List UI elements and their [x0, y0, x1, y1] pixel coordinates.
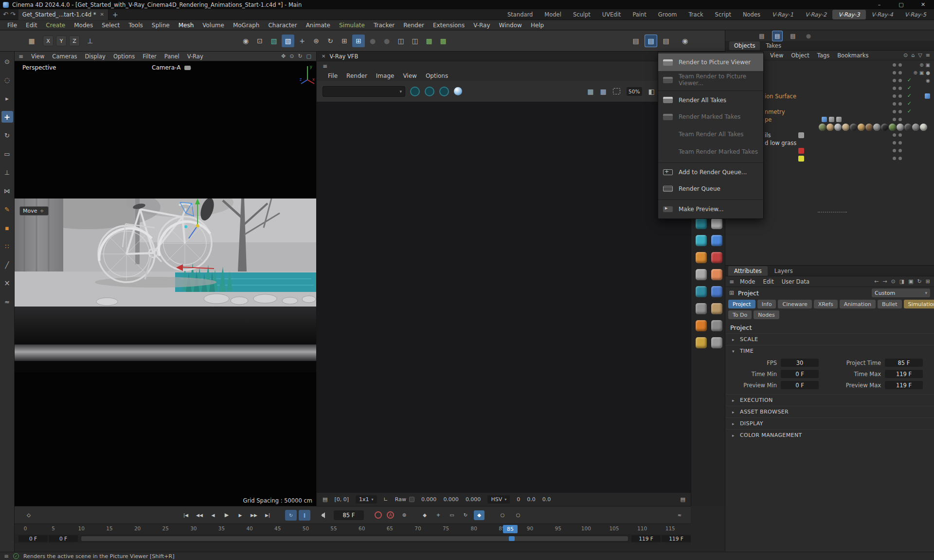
- layer-color-swatch[interactable]: [798, 148, 804, 154]
- menu-item[interactable]: Volume: [198, 21, 229, 30]
- pen-tool-icon[interactable]: [1, 203, 13, 215]
- layout-tab[interactable]: Standard: [502, 10, 539, 19]
- section-time[interactable]: ▾ TIME: [725, 345, 934, 357]
- material-sphere-icon[interactable]: [920, 124, 927, 131]
- layout-tab[interactable]: Paint: [627, 10, 652, 19]
- tag-icon[interactable]: [829, 117, 834, 122]
- layout-tab[interactable]: V-Ray-2: [799, 10, 832, 19]
- field-value[interactable]: 85 F: [885, 359, 923, 367]
- menu-item[interactable]: Modes: [70, 21, 97, 30]
- ball-icon[interactable]: [711, 269, 722, 280]
- filter-icon[interactable]: ▽: [918, 52, 922, 58]
- rotate-tool-icon[interactable]: [1, 129, 13, 141]
- menu-item[interactable]: Create: [41, 21, 70, 30]
- range-end-field2[interactable]: 119 F: [662, 535, 691, 542]
- field-value[interactable]: 0 F: [781, 370, 819, 378]
- render-menu-item[interactable]: Render All Takes: [658, 90, 763, 108]
- render-film-icon[interactable]: ▤: [629, 35, 642, 47]
- material-sphere-icon[interactable]: [904, 124, 912, 131]
- attributes-menu-item[interactable]: Mode: [736, 277, 759, 286]
- solo2-icon[interactable]: ○: [513, 510, 523, 520]
- viewport-menu-item[interactable]: Panel: [161, 52, 183, 61]
- render-picture-viewer-icon[interactable]: ▤: [645, 35, 657, 47]
- close-icon[interactable]: ✕: [912, 0, 934, 9]
- section-scale[interactable]: ▸ SCALE: [725, 333, 934, 345]
- section-asset-browser[interactable]: ▸ ASSET BROWSER: [725, 406, 934, 417]
- tool-gear-icon[interactable]: ⊛: [310, 35, 323, 47]
- brush-tool-icon[interactable]: [1, 259, 13, 271]
- field-value[interactable]: 119 F: [885, 370, 923, 378]
- toggle-view-icon[interactable]: ▢: [306, 53, 311, 59]
- camera-label[interactable]: Camera-A: [152, 64, 191, 71]
- new-panel-icon[interactable]: ⊞: [926, 278, 930, 285]
- enabled-check-icon[interactable]: ✓: [907, 92, 912, 99]
- menu-item[interactable]: Spline: [147, 21, 174, 30]
- category-tab[interactable]: Animation: [840, 300, 876, 308]
- save-icon[interactable]: ▦: [25, 35, 38, 47]
- material-sphere-icon[interactable]: [897, 124, 904, 131]
- field-value[interactable]: 119 F: [885, 381, 923, 389]
- sound-icon[interactable]: [318, 512, 325, 518]
- category-tab[interactable]: Nodes: [754, 310, 779, 319]
- material-sphere-icon[interactable]: [842, 124, 849, 131]
- axis-lock-button[interactable]: Y: [56, 36, 67, 46]
- vfb-menu-item[interactable]: Options: [421, 72, 452, 80]
- keyframe-diamond-icon[interactable]: ◇: [23, 510, 34, 520]
- vfb-compare-icon[interactable]: ◧: [648, 88, 655, 95]
- attributes-tab[interactable]: Attributes: [728, 266, 768, 276]
- vfb-zoom-level[interactable]: 50%: [627, 87, 642, 96]
- workplane-icon[interactable]: +: [296, 35, 308, 47]
- range-mode-button[interactable]: ∥: [299, 510, 310, 521]
- layout-tab[interactable]: V-Ray-3: [832, 10, 865, 19]
- grid-red-icon[interactable]: [711, 252, 722, 263]
- om-menu-item[interactable]: Tags: [813, 51, 833, 60]
- render-menu-item[interactable]: Make Preview...: [658, 199, 763, 217]
- material-sphere-icon[interactable]: [819, 124, 826, 131]
- panel-splitter-handle[interactable]: [818, 212, 847, 213]
- playhead-marker[interactable]: 85: [503, 525, 518, 533]
- gear-teal-icon[interactable]: [696, 218, 707, 229]
- om-film2-icon[interactable]: ▤: [788, 31, 798, 41]
- scale-tool-icon[interactable]: [1, 148, 13, 160]
- object-label[interactable]: ils: [765, 132, 771, 139]
- render-menu-item[interactable]: Team Render to Picture Viewer...: [658, 71, 763, 89]
- undo-icon[interactable]: ↶: [3, 11, 8, 18]
- vfb-save-icon[interactable]: ▦: [587, 88, 593, 95]
- layout-tab[interactable]: Sculpt: [567, 10, 596, 19]
- water-icon[interactable]: [711, 235, 722, 246]
- particles-icon[interactable]: [696, 303, 707, 314]
- teapot-icon[interactable]: [711, 286, 722, 297]
- layer-color-swatch[interactable]: [798, 132, 804, 138]
- flag-icon[interactable]: [696, 286, 707, 297]
- object-label[interactable]: d low grass: [765, 140, 796, 146]
- layout-tab[interactable]: Groom: [652, 10, 683, 19]
- viewport-menu-item[interactable]: Filter: [139, 52, 160, 61]
- team-render-icon[interactable]: ▤: [660, 35, 672, 47]
- vfb-camera-select[interactable]: ▾: [323, 86, 405, 97]
- loop-mode-button[interactable]: ↻: [285, 510, 297, 521]
- zoom-view-icon[interactable]: ⊙: [289, 53, 294, 59]
- document-tab[interactable]: Get_Started_...tart-1.c4d * ✕: [18, 9, 108, 20]
- layout-tab[interactable]: Track: [683, 10, 709, 19]
- vfb-pixel-scale-select[interactable]: 1x1▾: [356, 495, 377, 504]
- vfb-histogram-icon[interactable]: ▤: [681, 496, 685, 503]
- render-menu-item[interactable]: Render Queue: [658, 180, 763, 198]
- material-sphere-icon[interactable]: [850, 124, 857, 131]
- attributes-tab[interactable]: Layers: [769, 266, 799, 276]
- axis-tool-icon[interactable]: [1, 166, 13, 178]
- layout-tab[interactable]: V-Ray-5: [899, 10, 932, 19]
- split-view-icon[interactable]: ◫: [395, 35, 407, 47]
- section-color-management[interactable]: ▸ COLOR MANAGEMENT: [725, 429, 934, 441]
- range-start-field2[interactable]: 0 F: [49, 535, 78, 542]
- fire-icon[interactable]: [696, 320, 707, 331]
- record-button[interactable]: [375, 511, 382, 519]
- redo-icon[interactable]: ↷: [10, 11, 16, 18]
- category-tab[interactable]: XRefs: [814, 300, 838, 308]
- vfb-render-last-icon[interactable]: [425, 87, 434, 96]
- maximize-icon[interactable]: ▢: [890, 0, 912, 9]
- vfb-canvas[interactable]: [317, 102, 691, 492]
- tag-icon[interactable]: [836, 117, 842, 122]
- category-tab[interactable]: Simulation: [904, 300, 934, 308]
- range-track[interactable]: [81, 536, 629, 542]
- vfb-color-mode-select[interactable]: HSV▾: [487, 495, 510, 504]
